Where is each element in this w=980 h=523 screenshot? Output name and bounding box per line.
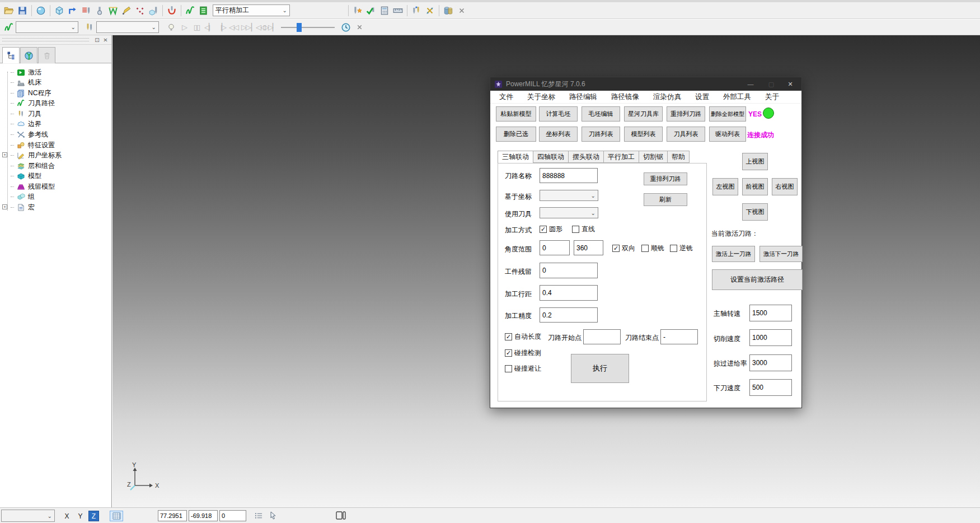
ball-tool-icon[interactable] [93,4,106,17]
tool-library-button[interactable]: 星河刀具库 [624,106,663,122]
simulation-speed-slider[interactable] [281,22,335,33]
feature-points-icon[interactable] [133,4,147,17]
menu-about-coords[interactable]: 关于坐标 [527,92,555,102]
cutting-feed-input[interactable] [749,329,792,346]
tree-item-stock-models[interactable]: 残留模型 [11,181,55,192]
clock-icon[interactable] [339,21,353,34]
tree-item-workplanes[interactable]: 用户坐标系 [11,150,62,160]
tree-item-toolpaths[interactable]: 刀具路径 [11,98,55,108]
tree-item-patterns[interactable]: 参考线 [11,129,48,139]
globe-view-tab[interactable] [20,47,37,63]
end-point-input[interactable] [660,329,698,344]
line-checkbox[interactable]: 直线 [572,225,595,234]
set-active-path-button[interactable]: 设置当前激活路径 [712,269,803,290]
tree-item-levels-and-sets[interactable]: 层和组合 [11,161,55,171]
cursor-icon[interactable] [269,511,277,520]
simulate-tool-icon[interactable] [165,4,179,17]
tool-block-icon[interactable] [147,4,160,17]
tree-item-feature-sets[interactable]: 特征设置 [11,140,55,150]
tool-change-icon[interactable] [410,4,423,17]
dual-view-icon[interactable] [336,511,346,520]
tree-item-machine-tools[interactable]: 机床 [11,77,41,87]
delete-selected-button[interactable]: 删除已选 [496,127,536,142]
shaded-view-icon[interactable] [34,4,48,17]
angle-to-input[interactable] [574,240,603,255]
strategy-list-icon[interactable] [197,4,210,17]
tab-tilt-head[interactable]: 摆头联动 [569,151,604,163]
workplane-dropdown[interactable]: ⌄ [1,510,55,522]
circle-checkbox[interactable]: ✓圆形 [540,225,562,234]
climb-mill-checkbox[interactable]: 顺铣 [641,244,664,253]
pattern-pencil-icon[interactable] [120,4,133,17]
verify-check-icon[interactable] [364,4,378,17]
stock-cylinders-icon[interactable] [442,4,455,17]
expander-macros[interactable]: + [2,204,7,209]
view-top-button[interactable]: 上视图 [742,153,768,170]
close-button[interactable]: ✕ [781,77,800,91]
execute-button[interactable]: 执行 [571,354,629,383]
step-forward-button[interactable]: ▕▷ [215,21,227,34]
spindle-speed-input[interactable] [749,305,792,321]
toolpath-list-button[interactable]: 刀路列表 [582,127,620,142]
refresh-button[interactable]: 刷新 [644,193,687,206]
menu-external-tools[interactable]: 外部工具 [723,92,751,102]
slider-handle[interactable] [297,23,302,32]
view-front-button[interactable]: 前视图 [742,178,768,195]
auto-length-checkbox[interactable]: ✓自动长度 [505,332,541,342]
sim-tool-dropdown[interactable]: ⌄ [96,21,159,33]
collision-star-icon[interactable] [351,4,364,17]
panel-grip[interactable]: ⊡ ✕ [0,35,111,45]
menu-render-sim[interactable]: 渲染仿真 [653,92,681,102]
measure-ruler-icon[interactable] [391,4,405,17]
activate-prev-toolpath-button[interactable]: 激活上一刀路 [712,246,755,262]
stock-allowance-input[interactable] [540,263,598,278]
pm-toolpath-icon[interactable] [184,4,197,17]
coord-list-button[interactable]: 坐标列表 [539,127,578,142]
sim-toolpath-dropdown[interactable]: ⌄ [16,21,78,33]
edit-block-button[interactable]: 毛坯编辑 [582,106,620,122]
step-back-button[interactable]: ◁▏ [203,21,215,34]
model-list-button[interactable]: 模型列表 [624,127,663,142]
go-start-button[interactable]: ▏◁◁ [252,21,264,34]
toolpath-strategy-icon[interactable] [66,4,79,17]
tree-item-activate[interactable]: 激活 [11,67,41,77]
axis-z-button[interactable]: Z [88,511,99,521]
axis-y-button[interactable]: Y [75,511,86,521]
bidirectional-checkbox[interactable]: ✓双向 [612,244,635,253]
play-button[interactable]: ▷ [178,21,190,34]
tree-item-groups[interactable]: 组 [11,192,35,202]
tab-saw[interactable]: 切割锯 [639,151,668,163]
explorer-tree-tab[interactable] [2,47,20,63]
coord-x-input[interactable] [158,510,187,521]
use-tool-dropdown[interactable]: ⌄ [540,207,598,218]
panel-float-icon[interactable]: ⊡ [93,36,101,44]
view-bottom-button[interactable]: 下视图 [742,203,768,221]
delete-all-models-button[interactable]: 删除全部模型 [709,106,746,122]
tool-list-button[interactable]: 刀具列表 [667,127,705,142]
skim-feed-input[interactable] [749,354,792,371]
tree-item-macros[interactable]: 宏 [11,202,35,212]
coord-z-input[interactable] [219,510,246,521]
expander-workplanes[interactable]: + [2,152,7,157]
tab-3axis[interactable]: 三轴联动 [498,151,533,164]
tool-lines-icon[interactable] [79,4,93,17]
go-end-button[interactable]: ▷▷▏ [264,21,276,34]
tree-item-tools[interactable]: 刀具 [11,109,41,119]
menu-path-edit[interactable]: 路径编辑 [569,92,597,102]
tree-item-nc-programs[interactable]: NC程序 [11,88,51,98]
dialog-titlebar[interactable]: PowerMILL 忆梦星河 7.0.6 — ▢ ✕ [490,77,801,91]
tools-icon[interactable] [83,21,96,34]
lamp-icon[interactable] [165,21,178,34]
rewind-button[interactable]: ◁◁ [227,21,240,34]
tab-parallel[interactable]: 平行加工 [604,151,639,163]
menu-path-mirror[interactable]: 路径镜像 [611,92,639,102]
pm-toolpath-icon[interactable] [2,21,16,34]
tree-item-boundaries[interactable]: 边界 [11,119,41,129]
maximize-button[interactable]: ▢ [762,77,781,91]
tolerance-input[interactable] [540,307,598,323]
close-toolbar-icon[interactable] [455,4,468,17]
tab-4axis[interactable]: 四轴联动 [533,151,569,163]
grid-icon[interactable] [110,511,123,521]
minimize-button[interactable]: — [741,77,760,91]
tree-item-models[interactable]: 模型 [11,171,41,181]
